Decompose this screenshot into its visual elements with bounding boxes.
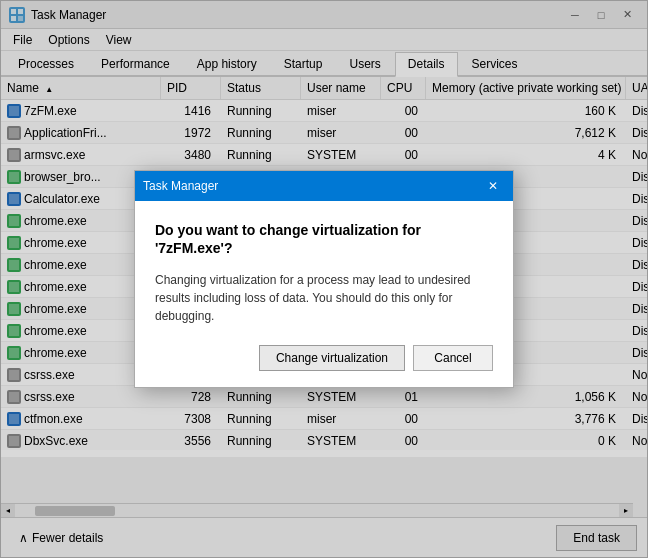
dialog-title-bar: Task Manager ✕ bbox=[135, 171, 513, 201]
cancel-button[interactable]: Cancel bbox=[413, 345, 493, 371]
change-virtualization-button[interactable]: Change virtualization bbox=[259, 345, 405, 371]
dialog-title: Task Manager bbox=[143, 179, 218, 193]
dialog-overlay: Task Manager ✕ Do you want to change vir… bbox=[1, 1, 647, 557]
dialog: Task Manager ✕ Do you want to change vir… bbox=[134, 170, 514, 388]
dialog-description: Changing virtualization for a process ma… bbox=[155, 271, 493, 325]
dialog-buttons: Change virtualization Cancel bbox=[155, 345, 493, 371]
dialog-heading: Do you want to change virtualization for… bbox=[155, 221, 493, 257]
dialog-close-button[interactable]: ✕ bbox=[481, 175, 505, 197]
dialog-body: Do you want to change virtualization for… bbox=[135, 201, 513, 387]
